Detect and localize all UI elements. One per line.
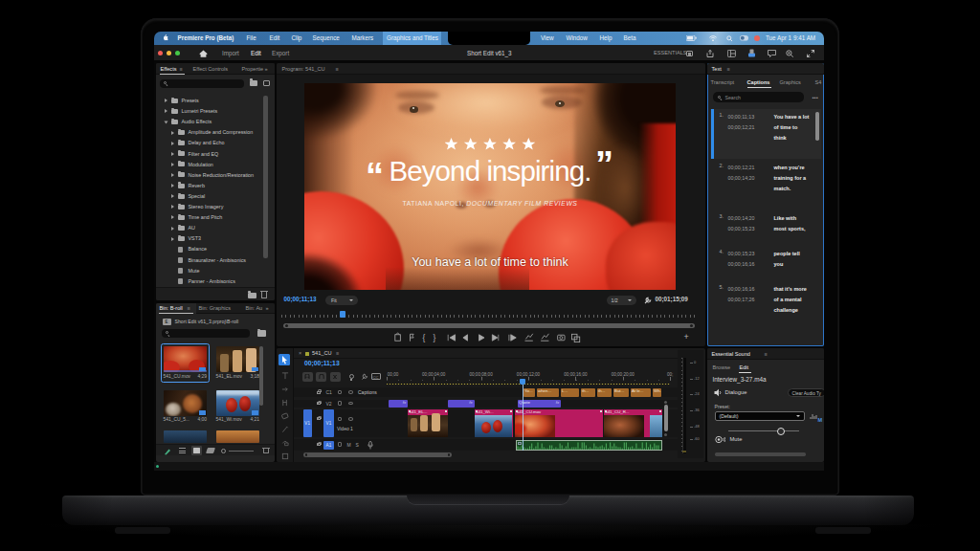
svg-text:{: { xyxy=(422,333,425,342)
svg-text:}: } xyxy=(433,333,435,342)
